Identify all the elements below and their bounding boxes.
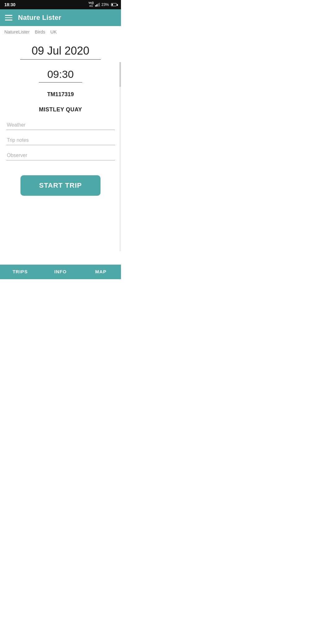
status-bar: 18:30 Vo)) 4G 23%: [0, 0, 121, 9]
nav-info[interactable]: INFO: [40, 269, 81, 274]
breadcrumb-separator-1: [32, 29, 33, 34]
scrollbar-thumb[interactable]: [119, 62, 121, 87]
weather-field-group: [6, 120, 115, 130]
network-icon: Vo)) 4G: [88, 2, 94, 8]
breadcrumb: NatureLister Birds UK: [0, 26, 121, 36]
trip-date[interactable]: 09 Jul 2020: [20, 44, 101, 60]
breadcrumb-item-3[interactable]: UK: [50, 29, 57, 34]
input-section: [6, 120, 115, 166]
nav-trips[interactable]: TRIPS: [0, 269, 40, 274]
trip-notes-input[interactable]: [6, 136, 115, 145]
trip-notes-field-group: [6, 136, 115, 145]
battery-icon: [111, 3, 117, 6]
bottom-nav: TRIPS INFO MAP: [0, 265, 121, 279]
app-title: Nature Lister: [18, 14, 61, 22]
menu-button[interactable]: [5, 15, 12, 20]
battery-percent: 23%: [101, 2, 109, 7]
nav-map[interactable]: MAP: [81, 269, 121, 274]
signal-icon: [95, 3, 100, 7]
breadcrumb-separator-2: [47, 29, 48, 34]
status-time: 18:30: [4, 2, 16, 7]
breadcrumb-item-2[interactable]: Birds: [35, 29, 45, 34]
observer-field-group: [6, 151, 115, 160]
weather-input[interactable]: [6, 120, 115, 130]
app-header: Nature Lister: [0, 9, 121, 26]
status-right: Vo)) 4G 23%: [88, 2, 117, 8]
breadcrumb-item-1[interactable]: NatureLister: [4, 29, 30, 34]
trip-location: MISTLEY QUAY: [39, 106, 82, 113]
start-trip-button[interactable]: START TRIP: [20, 175, 100, 196]
main-content: 09 Jul 2020 09:30 TM117319 MISTLEY QUAY …: [0, 36, 121, 265]
observer-input[interactable]: [6, 151, 115, 160]
trip-time[interactable]: 09:30: [39, 68, 82, 83]
scrollbar-track: [119, 62, 121, 251]
trip-grid-ref: TM117319: [47, 91, 74, 98]
